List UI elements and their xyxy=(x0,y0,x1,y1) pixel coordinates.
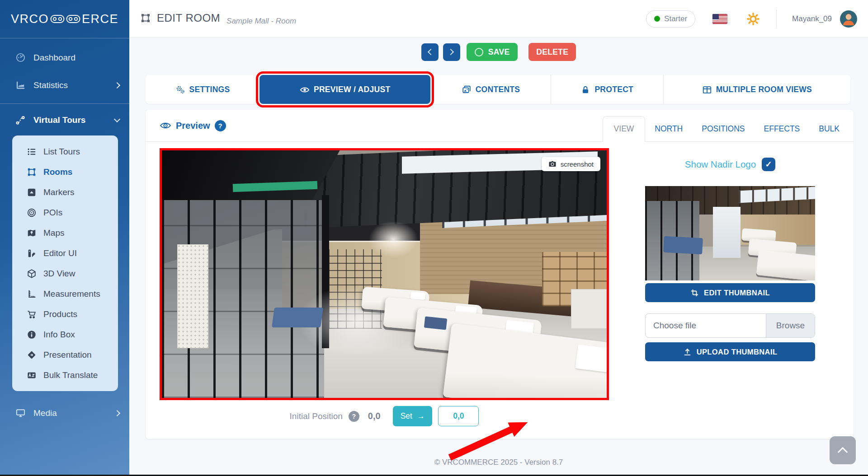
nadir-logo-row: Show Nadir Logo ✓ xyxy=(645,154,815,174)
delete-button[interactable]: DELETE xyxy=(528,43,576,61)
subtab-bulk[interactable]: BULK xyxy=(809,117,849,141)
submenu-item-info-box[interactable]: Info Box xyxy=(12,324,118,345)
scroll-to-top-button[interactable] xyxy=(830,436,856,464)
initial-position-row: Initial Position ? 0,0 Set → 0,0 xyxy=(160,406,609,426)
submenu-item-bulk-translate[interactable]: Bulk Translate xyxy=(12,365,118,385)
chevron-right-icon xyxy=(114,410,120,416)
sidebar-divider xyxy=(0,103,129,104)
arrow-right-icon: → xyxy=(417,411,425,421)
tab-label: SETTINGS xyxy=(189,85,230,94)
save-button[interactable]: SAVE xyxy=(467,43,518,61)
username-label[interactable]: Mayank_09 xyxy=(792,14,832,23)
top-header: EDIT ROOM Sample Mall - Room Starter May… xyxy=(129,0,868,38)
panorama-preview-image[interactable]: screenshot xyxy=(160,148,609,400)
thumbnail-file-input[interactable]: Choose file Browse xyxy=(645,313,815,338)
footer-copyright: © VRCOMMERCE 2025 - Version 8.7 xyxy=(129,458,868,467)
submenu-item-maps[interactable]: Maps xyxy=(12,223,118,243)
preview-card: Preview ? VIEW NORTH POSITIONS EFFECTS B… xyxy=(146,110,854,439)
help-badge[interactable]: ? xyxy=(349,411,359,422)
vr-goggles-icon xyxy=(66,14,80,23)
coordinate-input[interactable]: 0,0 xyxy=(438,406,479,426)
submenu-item-rooms[interactable]: Rooms xyxy=(12,162,118,182)
brand-text-right: ERCE xyxy=(82,12,118,26)
subtab-view[interactable]: VIEW xyxy=(603,116,646,142)
submenu-item-label: 3D View xyxy=(43,269,75,279)
submenu-item-label: Maps xyxy=(43,228,64,238)
tab-contents[interactable]: CONTENTS xyxy=(430,75,551,104)
image-icon xyxy=(27,187,37,197)
us-flag-icon[interactable] xyxy=(712,14,727,24)
crop-icon xyxy=(690,289,699,297)
subtab-positions[interactable]: POSITIONS xyxy=(692,117,754,141)
tab-label: MULTIPLE ROOM VIEWS xyxy=(716,85,812,94)
upload-thumbnail-button[interactable]: UPLOAD THUMBNAIL xyxy=(645,342,815,361)
plan-badge[interactable]: Starter xyxy=(646,10,695,28)
scene-blue-bed xyxy=(663,236,703,254)
room-thumbnail-image xyxy=(645,186,815,280)
sidebar-divider xyxy=(0,38,129,38)
file-input-placeholder: Choose file xyxy=(646,314,766,337)
cube-icon xyxy=(27,269,37,279)
presentation-icon xyxy=(27,350,37,360)
tab-label: PROTECT xyxy=(594,85,633,94)
sun-theme-icon[interactable] xyxy=(746,12,760,26)
nadir-logo-label: Show Nadir Logo xyxy=(685,159,756,170)
screenshot-button[interactable]: screenshot xyxy=(542,157,600,171)
avatar[interactable] xyxy=(840,10,857,28)
sidebar-item-statistics[interactable]: Statistics xyxy=(0,73,129,97)
sidebar-item-label: Media xyxy=(33,408,115,418)
brand-text-left: VRCO xyxy=(11,12,49,26)
scene-lamp-glare xyxy=(367,219,420,259)
main-area: EDIT ROOM Sample Mall - Room Starter May… xyxy=(129,0,868,476)
submenu-item-editor-ui[interactable]: Editor UI xyxy=(12,243,118,263)
route-icon xyxy=(15,115,26,126)
scene-doorway xyxy=(713,207,740,258)
tab-multiple-room-views[interactable]: MULTIPLE ROOM VIEWS xyxy=(663,75,850,104)
set-position-button[interactable]: Set → xyxy=(393,406,433,426)
sidebar-item-virtual-tours[interactable]: Virtual Tours xyxy=(0,107,129,134)
submenu-item-products[interactable]: Products xyxy=(12,304,118,324)
gauge-icon xyxy=(15,52,26,63)
sidebar-item-dashboard[interactable]: Dashboard xyxy=(0,46,129,70)
camera-icon xyxy=(548,160,557,168)
submenu-item-pois[interactable]: POIs xyxy=(12,202,118,223)
preview-title-text: Preview xyxy=(176,121,210,131)
submenu-item-presentation[interactable]: Presentation xyxy=(12,345,118,365)
crop-frame-icon xyxy=(27,167,37,177)
subtab-effects[interactable]: EFFECTS xyxy=(755,117,810,141)
next-room-button[interactable] xyxy=(443,43,460,61)
brand-logo[interactable]: VRCO ERCE xyxy=(0,0,129,38)
submenu-item-markers[interactable]: Markers xyxy=(12,182,118,202)
preview-column: screenshot Initial Position ? 0,0 Set → … xyxy=(160,148,609,426)
submenu-item-label: Info Box xyxy=(43,330,75,340)
submenu-item-3d-view[interactable]: 3D View xyxy=(12,263,118,284)
room-tabs: SETTINGS PREVIEW / ADJUST CONTENTS PROTE… xyxy=(146,75,850,104)
tab-label: PREVIEW / ADJUST xyxy=(314,85,390,94)
tab-protect[interactable]: PROTECT xyxy=(551,75,663,104)
tab-preview-adjust[interactable]: PREVIEW / ADJUST xyxy=(259,75,430,104)
submenu-item-label: List Tours xyxy=(43,147,80,157)
scene-blue-pillow xyxy=(424,316,447,330)
prev-room-button[interactable] xyxy=(421,43,439,61)
sidebar-item-label: Dashboard xyxy=(33,53,119,63)
action-toolbar: SAVE DELETE xyxy=(129,38,868,66)
submenu-item-measurements[interactable]: Measurements xyxy=(12,284,118,304)
delete-button-label: DELETE xyxy=(536,47,568,56)
help-badge[interactable]: ? xyxy=(215,120,226,131)
browse-button[interactable]: Browse xyxy=(766,314,815,337)
plan-label: Starter xyxy=(664,14,687,23)
subtab-north[interactable]: NORTH xyxy=(645,117,692,141)
page-subtitle: Sample Mall - Room xyxy=(226,17,296,26)
preview-card-body: screenshot Initial Position ? 0,0 Set → … xyxy=(146,142,854,426)
eye-icon xyxy=(160,120,171,131)
edit-thumbnail-label: EDIT THUMBNAIL xyxy=(704,289,770,297)
sidebar-item-media[interactable]: Media xyxy=(0,401,129,425)
submenu-item-label: Presentation xyxy=(43,350,92,360)
images-icon xyxy=(462,85,471,94)
submenu-item-list-tours[interactable]: List Tours xyxy=(12,141,118,162)
nadir-logo-checkbox[interactable]: ✓ xyxy=(762,158,775,171)
tab-settings[interactable]: SETTINGS xyxy=(146,75,259,104)
lock-icon xyxy=(580,85,590,94)
edit-thumbnail-button[interactable]: EDIT THUMBNAIL xyxy=(645,283,815,302)
sidebar-item-label: Statistics xyxy=(33,80,115,90)
